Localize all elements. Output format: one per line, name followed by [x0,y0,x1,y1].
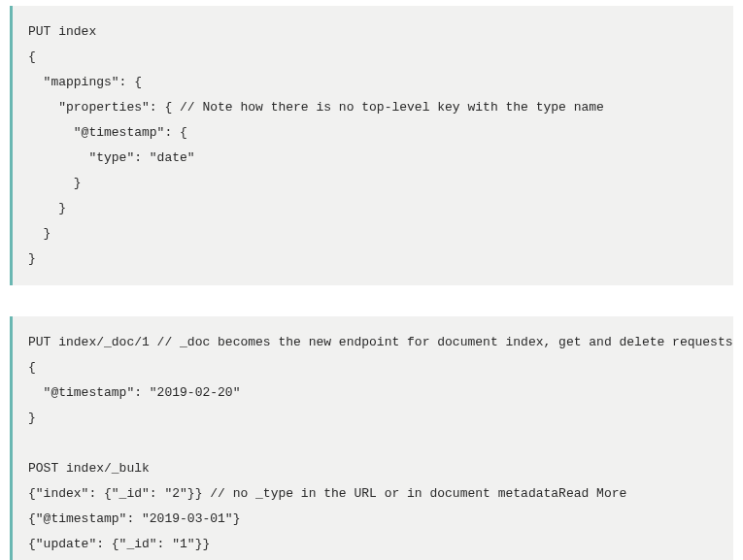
page-container: PUT index { "mappings": { "properties": … [0,0,743,560]
code-block-2: PUT index/_doc/1 // _doc becomes the new… [10,316,733,560]
block-gap [10,285,733,316]
code-block-1: PUT index { "mappings": { "properties": … [10,6,733,285]
